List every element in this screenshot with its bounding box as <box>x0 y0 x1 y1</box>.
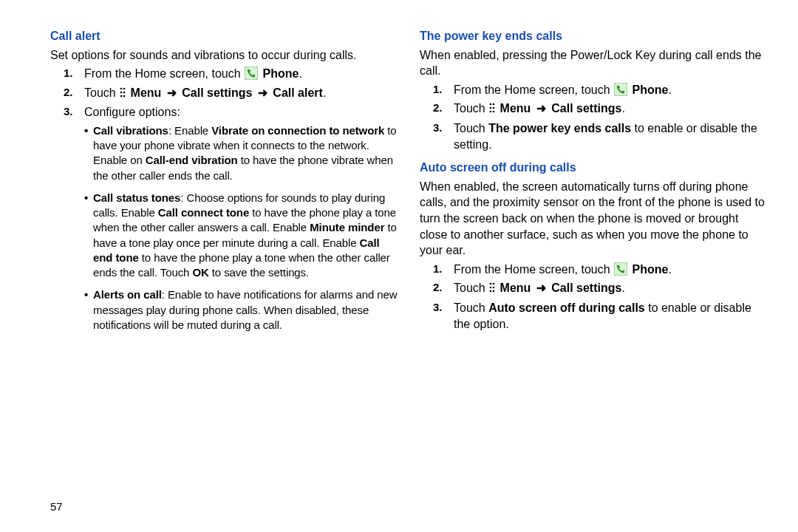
period: . <box>323 86 326 99</box>
phone-label: Phone <box>632 263 669 276</box>
call-alert-intro: Set options for sounds and vibrations to… <box>50 47 398 64</box>
t: Touch <box>454 102 488 115</box>
t: Touch <box>454 122 488 134</box>
step-text: Touch <box>84 86 119 99</box>
svg-point-13 <box>493 111 495 113</box>
options-list: Call vibrations: Enable Vibrate on conne… <box>84 123 398 332</box>
call-settings-label: Call settings <box>182 86 252 99</box>
svg-point-15 <box>490 283 492 285</box>
svg-point-17 <box>490 287 492 289</box>
svg-point-6 <box>123 95 126 97</box>
t: From the Home screen, touch <box>454 263 613 276</box>
svg-rect-7 <box>614 83 627 96</box>
svg-point-8 <box>490 103 492 106</box>
arrow-icon: ➜ <box>167 85 177 101</box>
menu-icon <box>489 101 495 117</box>
menu-label: Menu <box>500 102 531 115</box>
auto-steps: From the Home screen, touch Phone. Touch <box>420 262 767 332</box>
svg-point-20 <box>493 290 495 293</box>
svg-point-4 <box>123 91 126 93</box>
t: From the Home screen, touch <box>454 83 613 96</box>
svg-point-5 <box>120 95 123 97</box>
svg-point-9 <box>493 103 495 106</box>
arrow-icon: ➜ <box>536 100 546 117</box>
period: . <box>299 67 301 80</box>
t: Touch <box>454 301 488 314</box>
manual-page: Call alert Set options for sounds and vi… <box>0 0 798 532</box>
heading-call-alert: Call alert <box>50 28 398 44</box>
step-3: Touch The power key ends calls to enable… <box>420 120 767 152</box>
period: . <box>668 263 671 276</box>
t: Touch <box>454 282 488 294</box>
bullet-call-vibrations: Call vibrations: Enable Vibrate on conne… <box>84 123 398 183</box>
menu-label: Menu <box>500 282 531 294</box>
step-3: Configure options: Call vibrations: Enab… <box>50 104 398 332</box>
phone-label: Phone <box>263 67 299 80</box>
auto-intro: When enabled, the screen automatically t… <box>420 179 767 259</box>
opt-b: Vibrate on connection to network <box>211 124 384 137</box>
step-2: Touch Menu ➜ Call settings ➜ Call alert. <box>50 85 398 102</box>
menu-label: Menu <box>131 86 162 99</box>
arrow-icon: ➜ <box>536 280 546 296</box>
period: . <box>621 102 624 115</box>
svg-point-3 <box>120 91 123 93</box>
heading-auto-screen: Auto screen off during calls <box>420 160 767 176</box>
period: . <box>621 282 624 294</box>
step-text: Configure options: <box>84 106 180 118</box>
svg-point-18 <box>493 287 495 289</box>
opt-b: Call-end vibration <box>146 154 238 166</box>
period: . <box>668 83 671 96</box>
step-1: From the Home screen, touch Phone. <box>420 82 767 98</box>
svg-point-2 <box>123 87 126 89</box>
call-alert-steps: From the Home screen, touch Phone. Touch <box>50 66 398 332</box>
step-3: Touch Auto screen off during calls to en… <box>420 300 767 332</box>
step-2: Touch Menu ➜ Call settings. <box>420 280 767 297</box>
heading-power-key: The power key ends calls <box>420 28 767 44</box>
step-1: From the Home screen, touch Phone. <box>50 66 398 82</box>
call-alert-label: Call alert <box>273 86 323 99</box>
opt-b: The power key ends calls <box>488 122 631 134</box>
svg-rect-0 <box>245 66 258 80</box>
svg-rect-14 <box>614 262 627 276</box>
svg-point-12 <box>490 111 492 113</box>
phone-icon <box>614 262 627 276</box>
step-text: From the Home screen, touch <box>84 67 244 80</box>
opt-title: Call status tones <box>93 191 180 204</box>
step-1: From the Home screen, touch Phone. <box>420 262 767 278</box>
svg-point-11 <box>493 107 495 109</box>
t: to save the settings. <box>209 266 309 279</box>
step-2: Touch Menu ➜ Call settings. <box>420 100 767 117</box>
call-settings-label: Call settings <box>551 282 621 294</box>
bullet-call-status-tones: Call status tones: Choose options for so… <box>84 191 398 281</box>
right-column: The power key ends calls When enabled, p… <box>420 28 767 514</box>
page-number: 57 <box>50 500 63 513</box>
phone-icon <box>245 66 258 80</box>
svg-point-16 <box>493 283 495 285</box>
t: : Enable <box>168 124 211 137</box>
opt-title: Alerts on call <box>93 288 162 301</box>
svg-point-19 <box>490 290 492 293</box>
call-settings-label: Call settings <box>551 102 621 115</box>
opt-b: Minute minder <box>310 221 384 233</box>
power-intro: When enabled, pressing the Power/Lock Ke… <box>420 47 767 79</box>
opt-b: OK <box>192 266 208 279</box>
left-column: Call alert Set options for sounds and vi… <box>50 28 398 514</box>
menu-icon <box>489 281 495 297</box>
phone-label: Phone <box>632 83 669 96</box>
opt-b: Call connect tone <box>158 206 249 219</box>
menu-icon <box>120 86 126 102</box>
phone-icon <box>614 83 627 96</box>
bullet-alerts-on-call: Alerts on call: Enable to have notificat… <box>84 287 398 332</box>
svg-point-1 <box>120 87 123 89</box>
svg-point-10 <box>490 107 492 109</box>
power-steps: From the Home screen, touch Phone. Touch <box>420 82 767 152</box>
opt-title: Call vibrations <box>93 124 168 137</box>
arrow-icon: ➜ <box>258 85 267 101</box>
opt-b: Auto screen off during calls <box>488 301 645 314</box>
